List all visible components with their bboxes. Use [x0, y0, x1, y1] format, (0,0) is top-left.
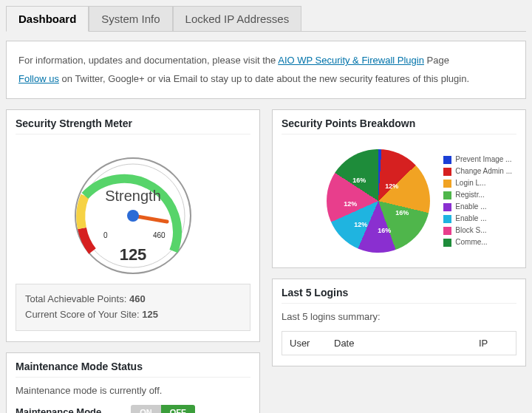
gauge-max: 460	[153, 231, 166, 239]
legend-label: Login L...	[455, 177, 485, 189]
widget-title: Last 5 Logins	[282, 287, 516, 304]
maintenance-toggle[interactable]: ON OFF	[131, 405, 195, 413]
gauge-stats: Total Achievable Points: 460 Current Sco…	[16, 284, 250, 331]
follow-us-link[interactable]: Follow us	[18, 73, 59, 84]
legend-item: Change Admin ...	[443, 165, 512, 177]
widget-last-logins: Last 5 Logins Last 5 logins summary: Use…	[272, 279, 526, 366]
gauge-meter: 0 460 Strength 125	[59, 142, 207, 275]
legend-swatch	[443, 203, 451, 211]
info-text: For information, updates and documentati…	[18, 55, 278, 66]
plugin-link[interactable]: AIO WP Security & Firewall Plugin	[278, 55, 424, 66]
legend-swatch	[443, 168, 451, 176]
legend-item: Login L...	[443, 177, 512, 189]
logins-col-date: Date	[334, 338, 479, 349]
stats-current-value: 125	[142, 309, 158, 320]
widget-title: Maintenance Mode Status	[16, 361, 250, 378]
legend-swatch	[443, 227, 451, 235]
widget-security-strength: Security Strength Meter 0 460 Strength	[6, 109, 260, 342]
legend-swatch	[443, 180, 451, 188]
widget-maintenance-mode: Maintenance Mode Status Maintenance mode…	[6, 352, 260, 413]
info-notice: For information, updates and documentati…	[6, 41, 526, 99]
legend-item: Prevent Image ...	[443, 154, 512, 165]
legend-swatch	[443, 156, 451, 164]
legend-swatch	[443, 239, 451, 247]
info-text: Page	[427, 55, 449, 66]
gauge-hub	[127, 210, 139, 222]
slice-label: 12%	[385, 182, 398, 190]
gauge-label: Strength	[105, 188, 161, 204]
stats-total-label: Total Achievable Points:	[25, 293, 129, 304]
logins-col-ip: IP	[479, 338, 508, 349]
pie-legend: Prevent Image ...Change Admin ...Login L…	[443, 154, 512, 248]
legend-label: Change Admin ...	[455, 165, 512, 177]
slice-label: 16%	[395, 209, 409, 216]
legend-item: Enable ...	[443, 213, 512, 225]
legend-item: Block S...	[443, 225, 512, 236]
legend-swatch	[443, 191, 451, 199]
legend-item: Enable ...	[443, 201, 512, 213]
legend-label: Prevent Image ...	[455, 154, 511, 165]
tab-locked-ips[interactable]: Locked IP Addresses	[173, 6, 302, 31]
slice-label: 12%	[344, 200, 357, 208]
slice-label: 16%	[352, 177, 366, 184]
maintenance-label: Maintenance Mode	[16, 406, 101, 413]
stats-total-value: 460	[129, 293, 146, 304]
info-text: on Twitter, Google+ or via Email to stay…	[62, 73, 470, 84]
legend-label: Block S...	[455, 225, 486, 236]
pie-chart: 12% 16% 16% 12% 12% 16%	[327, 149, 430, 253]
widget-title: Security Strength Meter	[16, 117, 250, 134]
legend-swatch	[443, 215, 451, 223]
logins-table: User Date IP	[282, 331, 516, 355]
tab-bar: Dashboard System Info Locked IP Addresse…	[6, 6, 526, 32]
maintenance-status-text: Maintenance mode is currently off.	[16, 385, 250, 396]
toggle-off: OFF	[161, 405, 195, 413]
legend-label: Enable ...	[455, 213, 486, 225]
logins-summary-text: Last 5 logins summary:	[282, 311, 516, 322]
legend-item: Registr...	[443, 189, 512, 201]
legend-item: Comme...	[443, 236, 512, 248]
tab-system-info[interactable]: System Info	[89, 6, 172, 31]
slice-label: 12%	[354, 221, 367, 228]
slice-label: 16%	[378, 227, 391, 234]
logins-col-user: User	[290, 338, 334, 349]
gauge-min: 0	[103, 231, 108, 239]
legend-label: Enable ...	[455, 201, 486, 213]
widget-points-breakdown: Security Points Breakdown 12% 16% 16% 12…	[272, 109, 526, 268]
stats-current-label: Current Score of Your Site:	[25, 309, 142, 320]
widget-title: Security Points Breakdown	[282, 117, 516, 134]
toggle-on: ON	[131, 405, 161, 413]
gauge-score: 125	[120, 245, 147, 264]
legend-label: Comme...	[455, 236, 487, 248]
legend-label: Registr...	[455, 189, 484, 201]
tab-dashboard[interactable]: Dashboard	[6, 6, 89, 32]
